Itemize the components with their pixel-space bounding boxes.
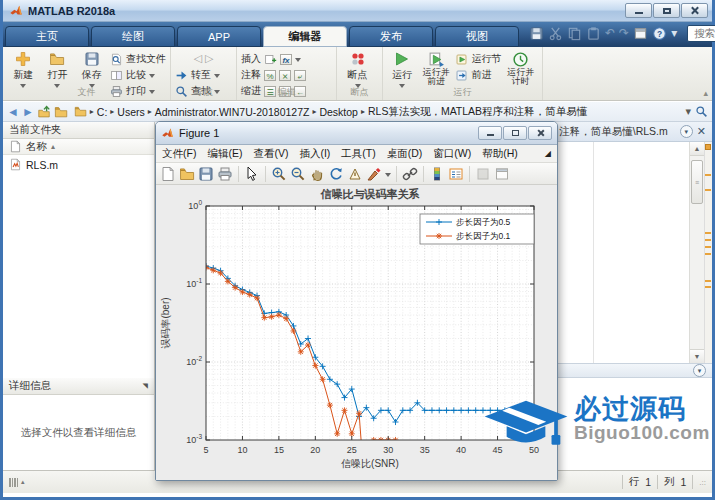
code-analyzer-bar[interactable] — [704, 142, 712, 363]
figure-close-button[interactable] — [528, 126, 552, 140]
collapse-ribbon-icon[interactable]: ▴ — [703, 88, 708, 98]
crumb-project-folder[interactable]: RLS算法实现，MATLAB程序和注释，简单易懂 — [368, 105, 587, 119]
pane-expand-button[interactable]: ▾ — [693, 364, 706, 377]
folder-search-icon[interactable] — [695, 105, 708, 118]
save-figure-icon[interactable] — [198, 166, 214, 182]
fx-icon[interactable]: fx — [280, 54, 292, 65]
goto-button[interactable]: 转至 — [175, 68, 232, 82]
new-button[interactable]: 新建 — [7, 49, 39, 88]
menu-insert[interactable]: 插入(I) — [299, 147, 330, 161]
caret-down-icon[interactable] — [385, 173, 391, 177]
dock-figure-icon[interactable]: ◢ — [545, 149, 551, 158]
undock-plot-icon[interactable] — [494, 166, 510, 182]
forward-icon[interactable]: ► — [22, 105, 34, 119]
forward-arrow-icon[interactable]: ▷ — [205, 52, 213, 65]
file-row-rlsm[interactable]: RLS.m — [3, 155, 154, 174]
open-file-icon[interactable] — [179, 166, 195, 182]
tab-view[interactable]: 视图 — [435, 26, 519, 47]
uncomment-icon[interactable]: ⨯ — [279, 70, 291, 81]
doc-search-input[interactable] — [692, 26, 715, 40]
resize-grip-icon[interactable]: .:: — [699, 478, 706, 487]
menu-help[interactable]: 帮助(H) — [482, 147, 518, 161]
qat-undo-icon[interactable]: ↶ — [605, 26, 615, 41]
comment-row[interactable]: 注释%⨯⤶ — [241, 68, 306, 82]
figure-titlebar[interactable]: Figure 1 — [156, 122, 557, 145]
zoom-out-icon[interactable] — [290, 166, 306, 182]
crumb-drive[interactable]: C: — [97, 106, 108, 118]
open-button[interactable]: 打开 — [41, 49, 73, 88]
zoom-in-icon[interactable] — [271, 166, 287, 182]
menu-desktop[interactable]: 桌面(D) — [387, 147, 423, 161]
dock-plot-icon[interactable] — [475, 166, 491, 182]
run-button[interactable]: 运行 — [387, 49, 417, 88]
address-dropdown-icon[interactable]: ▾ — [685, 105, 691, 118]
scroll-down-icon[interactable]: ▼ — [690, 349, 704, 363]
crumb-users[interactable]: Users — [117, 106, 144, 118]
tab-apps[interactable]: APP — [177, 26, 261, 47]
run-section-button[interactable]: 运行节 — [455, 52, 501, 66]
save-button[interactable]: 保存 — [76, 49, 108, 88]
qat-help-caret-icon[interactable]: ▾ — [671, 26, 677, 41]
crumb-desktop[interactable]: Desktop — [319, 106, 358, 118]
close-button[interactable] — [681, 3, 708, 18]
menu-file[interactable]: 文件(F) — [162, 147, 196, 161]
tab-plots[interactable]: 绘图 — [91, 26, 175, 47]
crumb-admin[interactable]: Administrator.WIN7U-20180127Z — [155, 106, 310, 118]
figure-minimize-button[interactable] — [478, 126, 502, 140]
print-figure-icon[interactable] — [217, 166, 233, 182]
qat-switch-windows-icon[interactable] — [633, 26, 648, 41]
menu-window[interactable]: 窗口(W) — [433, 147, 471, 161]
insert-colorbar-icon[interactable] — [429, 166, 445, 182]
qat-paste-icon[interactable] — [586, 26, 601, 41]
breakpoints-button[interactable]: 断点 — [341, 49, 374, 88]
comment-percent-icon[interactable]: % — [264, 70, 276, 81]
compare-button[interactable]: 比较 — [110, 68, 166, 82]
legend-entry-label: 步长因子为0.5 — [456, 217, 511, 227]
link-plot-icon[interactable] — [402, 166, 418, 182]
titlebar[interactable]: MATLAB R2018a — [3, 0, 712, 22]
details-header[interactable]: 详细信息 ◥ — [3, 378, 154, 395]
figure-restore-button[interactable] — [503, 126, 527, 140]
wrap-comment-icon[interactable]: ⤶ — [294, 70, 306, 81]
editor-scrollbar[interactable]: ▲ ≡ ▼ — [689, 142, 704, 363]
run-and-advance-button[interactable]: 运行并前进 — [419, 49, 454, 88]
insert-row[interactable]: 插入fx — [241, 52, 306, 66]
name-column-header[interactable]: 名称 ▴ — [3, 139, 154, 155]
editor-tab-title[interactable]: 注释，简单易懂\RLS.m — [559, 125, 668, 139]
advance-button[interactable]: 前进 — [455, 68, 501, 82]
qat-help-icon[interactable] — [652, 26, 667, 41]
new-figure-icon[interactable] — [160, 166, 176, 182]
scrollbar-thumb[interactable]: ≡ — [691, 160, 703, 204]
current-folder-header[interactable]: 当前文件夹 — [3, 122, 154, 139]
pointer-tool-icon[interactable] — [244, 166, 260, 182]
pane-corner-icon[interactable]: ◥ — [143, 382, 148, 390]
pan-hand-icon[interactable] — [309, 166, 325, 182]
qat-save-icon[interactable] — [529, 26, 544, 41]
rotate3d-icon[interactable] — [328, 166, 344, 182]
maximize-button[interactable] — [653, 3, 680, 18]
back-icon[interactable]: ◄ — [7, 105, 19, 119]
tab-home[interactable]: 主页 — [5, 26, 89, 47]
minimize-button[interactable] — [625, 3, 652, 18]
editor-actions-button[interactable]: ▾ — [680, 125, 693, 138]
data-cursor-icon[interactable] — [347, 166, 363, 182]
editor-close-icon[interactable]: ✕ — [697, 125, 706, 138]
qat-redo-icon[interactable]: ↷ — [619, 26, 629, 41]
up-one-level-icon[interactable] — [37, 105, 51, 119]
menu-edit[interactable]: 编辑(E) — [207, 147, 242, 161]
find-files-button[interactable]: 查找文件 — [110, 52, 166, 66]
tab-publish[interactable]: 发布 — [349, 26, 433, 47]
qat-cut-icon[interactable] — [548, 26, 563, 41]
statusbar-grip-icon[interactable]: ▴ — [9, 478, 25, 487]
scroll-up-icon[interactable]: ▲ — [690, 142, 704, 156]
insert-legend-icon[interactable] — [448, 166, 464, 182]
run-and-time-button[interactable]: 运行并计时 — [503, 49, 538, 88]
menu-view[interactable]: 查看(V) — [253, 147, 288, 161]
qat-copy-icon[interactable] — [567, 26, 582, 41]
menu-tools[interactable]: 工具(T) — [341, 147, 375, 161]
browse-folder-icon[interactable] — [54, 105, 68, 119]
brush-icon[interactable] — [366, 166, 382, 182]
analyzer-status-icon[interactable] — [705, 144, 711, 150]
back-arrow-icon[interactable]: ◁ — [194, 52, 202, 65]
tab-editor[interactable]: 编辑器 — [263, 26, 347, 47]
